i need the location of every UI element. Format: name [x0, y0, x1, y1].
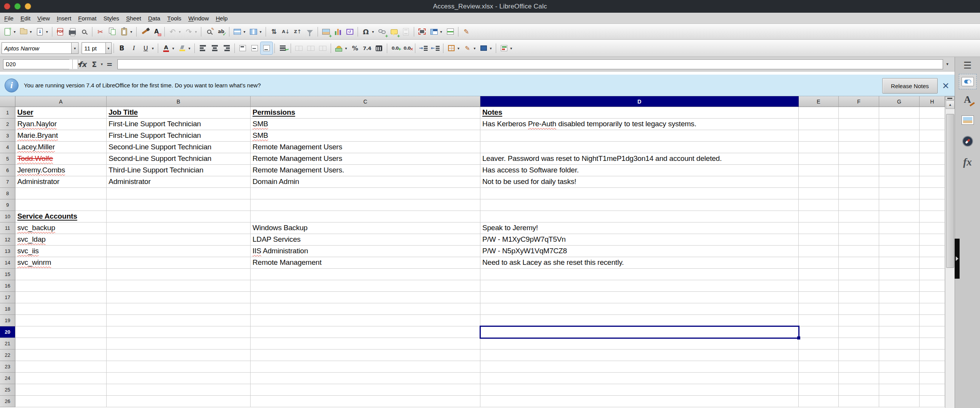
font-size-dropdown-icon[interactable]: ▾ [105, 43, 111, 54]
cell-H3[interactable] [920, 130, 945, 142]
cell-F3[interactable] [839, 130, 879, 142]
cell-G13[interactable] [879, 246, 920, 257]
cell-D7[interactable]: Not to be used for daily tasks! [480, 176, 799, 188]
row-header-25[interactable]: 25 [0, 384, 15, 396]
cell-E17[interactable] [799, 292, 839, 303]
row-header-3[interactable]: 3 [0, 130, 15, 142]
sidebar-tab-properties[interactable] [959, 74, 977, 89]
cell-F21[interactable] [839, 338, 879, 349]
cell-H1[interactable] [920, 107, 945, 119]
sidebar-settings-icon[interactable]: ☰ [963, 60, 972, 71]
cell-E19[interactable] [799, 315, 839, 326]
release-notes-button[interactable]: Release Notes [882, 78, 938, 94]
select-all-corner[interactable] [0, 96, 15, 107]
cell-C25[interactable] [251, 384, 480, 396]
column-header-C[interactable]: C [251, 96, 480, 107]
spelling-button[interactable]: ab✓ [215, 25, 227, 38]
infobar-close-icon[interactable]: ✕ [941, 81, 951, 91]
cell-E2[interactable] [799, 119, 839, 130]
cell-F2[interactable] [839, 119, 879, 130]
cell-H26[interactable] [920, 396, 945, 407]
cell-D25[interactable] [480, 384, 799, 396]
cell-A22[interactable] [15, 349, 107, 361]
menu-help[interactable]: Help [212, 13, 231, 23]
cell-C4[interactable]: Remote Management Users [251, 142, 480, 153]
row-header-7[interactable]: 7 [0, 176, 15, 188]
cell-C3[interactable]: SMB [251, 130, 480, 142]
conditional-formatting-dropdown-icon[interactable]: ▾ [509, 46, 513, 50]
underline-dropdown-icon[interactable]: ▾ [151, 46, 155, 50]
cell-H14[interactable] [920, 257, 945, 269]
cell-E15[interactable] [799, 269, 839, 280]
cell-F7[interactable] [839, 176, 879, 188]
cell-F20[interactable] [839, 326, 879, 338]
cell-C24[interactable] [251, 373, 480, 384]
insert-pivot-table-button[interactable]: ↺ [344, 25, 356, 38]
row-header-11[interactable]: 11 [0, 222, 15, 234]
center-vertically-button[interactable] [249, 42, 261, 54]
cell-A1[interactable]: User [15, 107, 107, 119]
cell-A26[interactable] [15, 396, 107, 407]
cell-C22[interactable] [251, 349, 480, 361]
font-size-input[interactable] [82, 43, 105, 54]
select-function-button[interactable]: Σ [89, 60, 100, 69]
border-style-button[interactable]: ✎▾ [462, 42, 478, 54]
cell-A7[interactable]: Administrator [15, 176, 107, 188]
cell-H12[interactable] [920, 234, 945, 246]
menu-format[interactable]: Format [75, 13, 100, 23]
split-handle[interactable] [945, 96, 955, 100]
row-header-1[interactable]: 1 [0, 107, 15, 119]
cell-F16[interactable] [839, 280, 879, 292]
cell-B10[interactable] [107, 211, 251, 222]
menu-file[interactable]: File [1, 13, 17, 23]
sidebar-tab-gallery[interactable] [962, 115, 974, 125]
cell-A17[interactable] [15, 292, 107, 303]
cell-A14[interactable]: svc_winrm [15, 257, 107, 269]
freeze-rows-and-columns-button[interactable]: ▾ [428, 25, 444, 38]
select-function-dropdown-icon[interactable]: ▾ [100, 62, 104, 66]
cell-E9[interactable] [799, 199, 839, 211]
decrease-indent-button[interactable]: ← [429, 42, 441, 54]
cell-F12[interactable] [839, 234, 879, 246]
cell-D16[interactable] [480, 280, 799, 292]
cell-H22[interactable] [920, 349, 945, 361]
cell-A10[interactable]: Service Accounts [15, 211, 107, 222]
cell-F14[interactable] [839, 257, 879, 269]
cell-G22[interactable] [879, 349, 920, 361]
row-header-10[interactable]: 10 [0, 211, 15, 222]
cell-F18[interactable] [839, 303, 879, 315]
cell-E23[interactable] [799, 361, 839, 373]
cell-G18[interactable] [879, 303, 920, 315]
scroll-up-button[interactable]: ▲ [946, 100, 955, 109]
cell-H10[interactable] [920, 211, 945, 222]
cell-F8[interactable] [839, 188, 879, 199]
cell-F13[interactable] [839, 246, 879, 257]
cell-H18[interactable] [920, 303, 945, 315]
cell-E10[interactable] [799, 211, 839, 222]
cell-G5[interactable] [879, 153, 920, 165]
formula-button[interactable]: = [104, 60, 115, 69]
cell-F26[interactable] [839, 396, 879, 407]
cell-G20[interactable] [879, 326, 920, 338]
cell-G21[interactable] [879, 338, 920, 349]
cell-C26[interactable] [251, 396, 480, 407]
cell-B1[interactable]: Job Title [107, 107, 251, 119]
cell-H6[interactable] [920, 165, 945, 176]
cell-A6[interactable]: Jeremy.Combs [15, 165, 107, 176]
cell-E3[interactable] [799, 130, 839, 142]
cell-C7[interactable]: Domain Admin [251, 176, 480, 188]
align-left-button[interactable] [197, 42, 209, 54]
cell-C16[interactable] [251, 280, 480, 292]
cell-G3[interactable] [879, 130, 920, 142]
cell-D5[interactable]: Leaver. Password was reset to NightT1meP… [480, 153, 799, 165]
column-header-G[interactable]: G [879, 96, 920, 107]
sidebar-tab-functions[interactable]: fx [963, 156, 972, 168]
cell-G11[interactable] [879, 222, 920, 234]
cell-A15[interactable] [15, 269, 107, 280]
cell-D26[interactable] [480, 396, 799, 407]
cell-F9[interactable] [839, 199, 879, 211]
cell-D8[interactable] [480, 188, 799, 199]
cell-H4[interactable] [920, 142, 945, 153]
row-header-22[interactable]: 22 [0, 349, 15, 361]
cell-D11[interactable]: Speak to Jeremy! [480, 222, 799, 234]
